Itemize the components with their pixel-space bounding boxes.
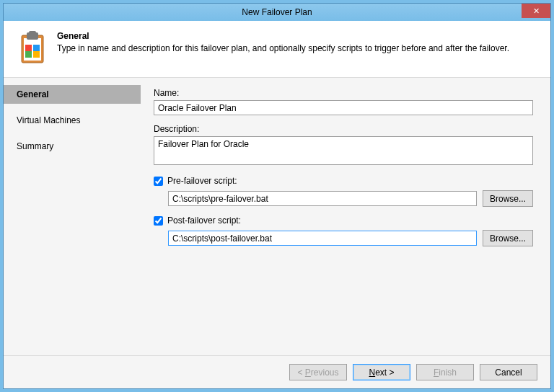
wizard-body: General Virtual Machines Summary Name: D… <box>4 78 550 355</box>
header-subtitle: Type in name and description for this fa… <box>57 43 509 53</box>
wizard-sidebar: General Virtual Machines Summary <box>4 78 141 355</box>
finish-button: Finish <box>416 364 474 380</box>
header-text: General Type in name and description for… <box>57 31 509 66</box>
pre-failover-checkbox[interactable] <box>154 177 163 186</box>
sidebar-item-label: Summary <box>17 141 53 151</box>
sidebar-item-general[interactable]: General <box>4 85 141 104</box>
pre-failover-label: Pre-failover script: <box>167 176 237 186</box>
close-button[interactable]: ✕ <box>522 4 550 18</box>
pre-failover-path-input[interactable] <box>168 191 477 206</box>
next-button[interactable]: Next > <box>353 364 410 380</box>
post-failover-label: Post-failover script: <box>167 215 241 226</box>
svg-rect-3 <box>29 31 36 35</box>
svg-rect-5 <box>33 51 40 58</box>
name-group: Name: <box>154 88 533 115</box>
svg-rect-6 <box>33 45 40 51</box>
pre-failover-browse-button[interactable]: Browse... <box>483 190 533 207</box>
titlebar: New Failover Plan ✕ <box>4 4 550 21</box>
wizard-footer: < Previous Next > Finish Cancel <box>4 355 550 388</box>
svg-rect-4 <box>25 51 32 58</box>
name-input[interactable] <box>154 100 533 115</box>
post-failover-group: Post-failover script: Browse... <box>154 215 533 246</box>
svg-rect-7 <box>25 45 32 51</box>
window-title: New Failover Plan <box>4 7 550 17</box>
previous-button: < Previous <box>289 364 347 380</box>
pre-failover-group: Pre-failover script: Browse... <box>154 176 533 207</box>
wizard-window: New Failover Plan ✕ General Type in name… <box>3 3 551 389</box>
description-label: Description: <box>154 124 533 134</box>
sidebar-item-summary[interactable]: Summary <box>4 137 141 156</box>
description-input[interactable]: Failover Plan for Oracle <box>154 136 533 165</box>
clipboard-icon <box>15 31 50 66</box>
wizard-main: Name: Description: Failover Plan for Ora… <box>141 78 550 355</box>
header-title: General <box>57 31 509 41</box>
sidebar-item-label: General <box>17 89 49 99</box>
sidebar-item-virtual-machines[interactable]: Virtual Machines <box>4 111 141 130</box>
cancel-button[interactable]: Cancel <box>480 364 537 380</box>
close-icon: ✕ <box>533 6 540 16</box>
name-label: Name: <box>154 88 533 98</box>
wizard-header: General Type in name and description for… <box>4 21 550 78</box>
post-failover-checkbox[interactable] <box>154 216 163 226</box>
post-failover-browse-button[interactable]: Browse... <box>483 230 533 246</box>
sidebar-item-label: Virtual Machines <box>17 115 81 125</box>
description-group: Description: Failover Plan for Oracle <box>154 124 533 167</box>
post-failover-path-input[interactable] <box>168 231 477 246</box>
